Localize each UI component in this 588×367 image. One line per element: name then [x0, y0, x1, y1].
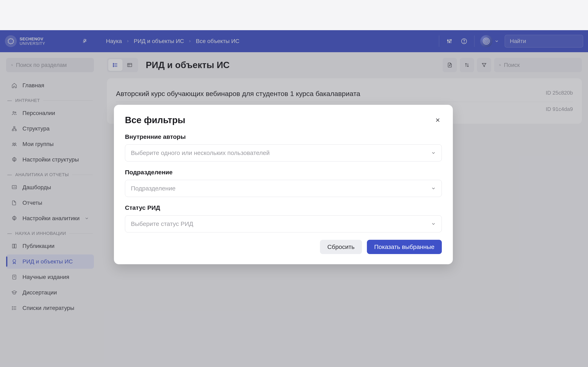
filter-label: Внутренние авторы — [125, 133, 442, 140]
chevron-down-icon — [431, 150, 436, 155]
filter-placeholder: Выберите одного или нескольких пользоват… — [131, 150, 270, 156]
filter-status-select[interactable]: Выберите статус РИД — [125, 215, 442, 233]
filter-placeholder: Выберите статус РИД — [131, 220, 193, 227]
filter-label: Статус РИД — [125, 204, 442, 211]
filters-modal: Все фильтры Внутренние авторы Выберите о… — [114, 105, 453, 264]
modal-title: Все фильтры — [125, 115, 185, 125]
filter-label: Подразделение — [125, 169, 442, 176]
filter-department-select[interactable]: Подразделение — [125, 180, 442, 197]
chevron-down-icon — [431, 221, 436, 226]
reset-button[interactable]: Сбросить — [320, 240, 362, 254]
apply-button[interactable]: Показать выбранные — [367, 240, 442, 254]
close-button[interactable] — [434, 116, 442, 124]
chevron-down-icon — [431, 186, 436, 191]
filter-status: Статус РИД Выберите статус РИД — [125, 204, 442, 233]
filter-placeholder: Подразделение — [131, 185, 176, 192]
close-icon — [435, 117, 441, 123]
filter-department: Подразделение Подразделение — [125, 169, 442, 197]
filter-authors-select[interactable]: Выберите одного или нескольких пользоват… — [125, 144, 442, 161]
filter-authors: Внутренние авторы Выберите одного или не… — [125, 133, 442, 161]
